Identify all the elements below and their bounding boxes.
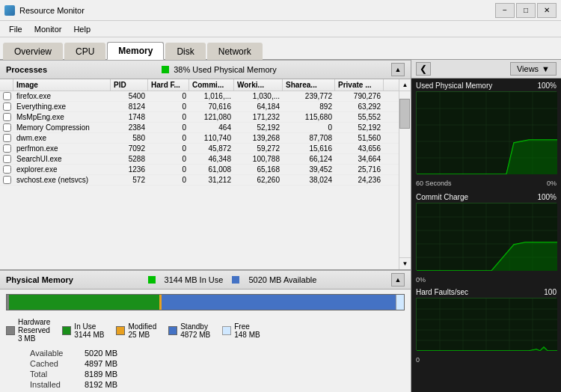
processes-collapse-btn[interactable]: ▲	[391, 63, 405, 76]
scroll-up[interactable]: ▲	[399, 79, 411, 91]
table-row[interactable]: SearchUI.exe 5288 0 46,348 100,788 66,12…	[0, 154, 399, 165]
row-shared: 239,772	[283, 91, 335, 101]
table-row[interactable]: Everything.exe 8124 0 70,616 64,184 892 …	[0, 102, 399, 112]
col-commit[interactable]: Commi...	[189, 79, 234, 91]
row-private: 55,552	[335, 112, 384, 122]
stat-cached-label: Cached	[30, 359, 79, 368]
legend-hw-label: HardwareReserved	[18, 318, 50, 334]
table-row[interactable]: Memory Compression 2384 0 464 52,192 0 5…	[0, 123, 399, 133]
maximize-button[interactable]: □	[516, 3, 536, 18]
memory-legend: HardwareReserved 3 MB In Use 3144 MB Mod…	[0, 315, 411, 346]
close-button[interactable]: ✕	[537, 3, 557, 18]
main-content: Processes 38% Used Physical Memory ▲ Ima…	[0, 60, 561, 392]
row-pid: 8124	[111, 102, 148, 111]
menu-file[interactable]: File	[3, 23, 28, 35]
row-checkbox[interactable]	[3, 144, 11, 153]
row-private: 52,192	[335, 123, 384, 132]
charts-area: Used Physical Memory 100%	[411, 79, 561, 392]
stat-installed-label: Installed	[30, 380, 79, 389]
row-checkbox[interactable]	[3, 165, 11, 174]
row-commit: 121,080	[189, 112, 234, 122]
expand-button[interactable]: ❮	[416, 62, 431, 76]
row-commit: 45,872	[189, 144, 234, 153]
table-row[interactable]: svchost.exe (netsvcs) 572 0 31,212 62,26…	[0, 175, 399, 186]
views-button[interactable]: Views ▼	[510, 62, 557, 76]
tab-cpu[interactable]: CPU	[64, 43, 105, 60]
stat-installed: Installed 8192 MB	[30, 380, 117, 389]
chart-hf-label: Hard Faults/sec 100	[416, 288, 557, 296]
stats-column: Available 5020 MB Cached 4897 MB Total 8…	[30, 349, 117, 389]
menu-help[interactable]: Help	[67, 23, 96, 35]
chart-hardfaults: Hard Faults/sec 100	[416, 288, 557, 365]
legend-free-color	[222, 326, 231, 335]
row-working: 52,192	[234, 123, 283, 132]
row-working: 139,268	[234, 133, 283, 143]
row-checkbox-cell	[0, 154, 13, 164]
tab-memory[interactable]: Memory	[107, 42, 164, 60]
col-hardf[interactable]: Hard F...	[148, 79, 189, 91]
row-checkbox-cell	[0, 133, 13, 143]
tab-network[interactable]: Network	[207, 43, 263, 60]
table-row[interactable]: firefox.exe 5400 0 1,016,... 1,030,... 2…	[0, 91, 399, 102]
row-working: 65,168	[234, 165, 283, 174]
row-shared: 39,452	[283, 165, 335, 174]
table-row[interactable]: dwm.exe 580 0 110,740 139,268 87,708 51,…	[0, 133, 399, 144]
memory-section: Physical Memory 3144 MB In Use 5020 MB A…	[0, 269, 411, 392]
col-shared[interactable]: Sharea...	[283, 79, 335, 91]
row-pid: 7092	[111, 144, 148, 153]
row-checkbox[interactable]	[3, 123, 11, 132]
row-working: 64,184	[234, 102, 283, 111]
row-checkbox-cell	[0, 144, 13, 153]
menu-monitor[interactable]: Monitor	[28, 23, 68, 35]
bar-free	[396, 295, 404, 310]
row-pid: 1236	[111, 165, 148, 174]
row-checkbox[interactable]	[3, 176, 11, 184]
row-checkbox[interactable]	[3, 102, 11, 111]
stat-available-value: 5020 MB	[85, 349, 117, 358]
col-pid[interactable]: PID	[111, 79, 148, 91]
left-panel: Processes 38% Used Physical Memory ▲ Ima…	[0, 60, 411, 392]
row-working: 59,272	[234, 144, 283, 153]
legend-inuse: In Use 3144 MB	[62, 318, 104, 343]
processes-scrollbar[interactable]: ▲ ▼	[399, 79, 411, 269]
table-row[interactable]: explorer.exe 1236 0 61,008 65,168 39,452…	[0, 165, 399, 175]
col-check	[0, 79, 13, 91]
memory-collapse-btn[interactable]: ▲	[391, 273, 405, 287]
col-image[interactable]: Image	[13, 79, 111, 91]
row-image: perfmon.exe	[13, 144, 111, 153]
table-row[interactable]: perfmon.exe 7092 0 45,872 59,272 15,616 …	[0, 144, 399, 154]
row-checkbox[interactable]	[3, 92, 11, 100]
right-panel: ❮ Views ▼ Used Physical Memory 100%	[411, 60, 561, 392]
row-hardf: 0	[148, 91, 189, 101]
tabs-bar: Overview CPU Memory Disk Network	[0, 37, 561, 60]
scroll-down[interactable]: ▼	[399, 257, 411, 269]
tab-overview[interactable]: Overview	[3, 43, 63, 60]
legend-modified-color	[116, 326, 125, 335]
row-image: SearchUI.exe	[13, 154, 111, 164]
row-checkbox-cell	[0, 91, 13, 101]
tab-disk[interactable]: Disk	[165, 43, 205, 60]
legend-inuse-color	[62, 326, 71, 335]
scroll-thumb[interactable]	[399, 99, 410, 129]
row-hardf: 0	[148, 102, 189, 111]
legend-standby-color	[168, 326, 177, 335]
col-working[interactable]: Worki...	[234, 79, 283, 91]
bar-standby	[162, 295, 396, 310]
row-image: svchost.exe (netsvcs)	[13, 175, 111, 185]
row-hardf: 0	[148, 123, 189, 132]
minimize-button[interactable]: −	[495, 3, 515, 18]
legend-hw: HardwareReserved 3 MB	[6, 318, 50, 343]
chart-commit: Commit Charge 100%	[416, 193, 557, 285]
row-private: 25,716	[335, 165, 384, 174]
row-commit: 46,348	[189, 154, 234, 164]
chart-memory-label: Used Physical Memory 100%	[416, 82, 557, 90]
row-checkbox[interactable]	[3, 113, 11, 121]
row-pid: 572	[111, 175, 148, 185]
row-checkbox[interactable]	[3, 134, 11, 142]
col-private[interactable]: Private ...	[335, 79, 384, 91]
row-checkbox[interactable]	[3, 155, 11, 163]
table-row[interactable]: MsMpEng.exe 1748 0 121,080 171,232 115,6…	[0, 112, 399, 123]
memory-bar	[6, 294, 405, 310]
chart-hf-bottom: 0	[416, 356, 557, 364]
scroll-track[interactable]	[399, 91, 411, 257]
